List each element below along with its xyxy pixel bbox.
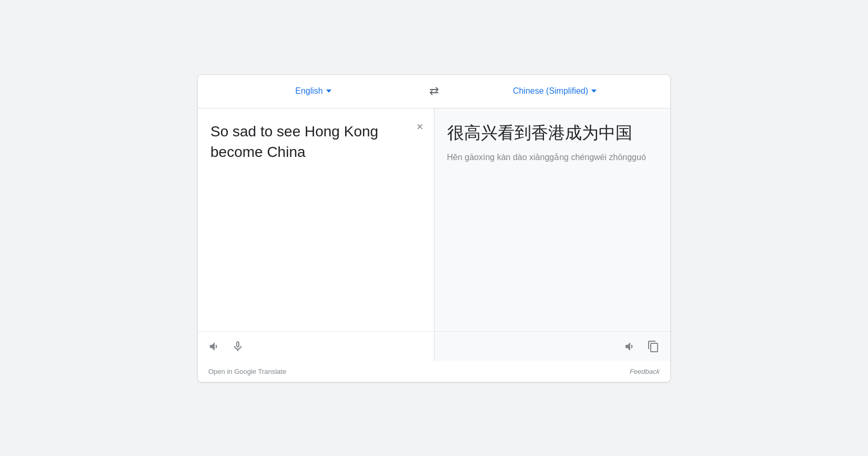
target-lang-button[interactable]: Chinese (Simplified): [507, 82, 603, 100]
source-lang-container: English: [208, 82, 418, 100]
source-text-container: So sad to see Hong Kong become China ×: [198, 108, 434, 331]
speaker-target-icon: [624, 340, 637, 353]
footer: Open in Google Translate Feedback: [198, 361, 670, 382]
open-in-google-translate-link[interactable]: Open in Google Translate: [208, 368, 286, 375]
target-lang-container: Chinese (Simplified): [450, 82, 660, 100]
listen-source-button[interactable]: [204, 336, 225, 357]
source-lang-chevron-icon: [326, 90, 331, 93]
main-content: So sad to see Hong Kong become China ×: [198, 108, 670, 361]
target-lang-chevron-icon: [591, 90, 597, 93]
listen-target-button[interactable]: [620, 336, 641, 357]
swap-languages-button[interactable]: ⇄: [421, 80, 447, 102]
target-panel: 很高兴看到香港成为中国 Hěn gāoxìng kàn dào xiānggǎn…: [435, 108, 671, 361]
microphone-icon: [231, 340, 244, 353]
romanization-text: Hěn gāoxìng kàn dào xiānggǎng chéngwéi z…: [447, 151, 658, 164]
target-lang-label: Chinese (Simplified): [513, 86, 588, 96]
source-toolbar: [198, 331, 434, 361]
source-lang-button[interactable]: English: [289, 82, 337, 100]
speaker-icon: [208, 340, 221, 353]
language-selector-bar: English ⇄ Chinese (Simplified): [198, 75, 670, 108]
translated-text: 很高兴看到香港成为中国: [447, 121, 658, 145]
clear-button[interactable]: ×: [415, 119, 426, 135]
close-icon: ×: [417, 120, 423, 133]
target-toolbar: [435, 331, 671, 361]
copy-translation-button[interactable]: [643, 336, 664, 357]
feedback-link[interactable]: Feedback: [630, 368, 660, 375]
copy-icon: [647, 340, 660, 353]
translate-widget: English ⇄ Chinese (Simplified) So sad to…: [197, 74, 671, 382]
source-text: So sad to see Hong Kong become China: [210, 123, 378, 160]
swap-button-container: ⇄: [418, 80, 450, 102]
microphone-button[interactable]: [227, 336, 248, 357]
target-text-container: 很高兴看到香港成为中国 Hěn gāoxìng kàn dào xiānggǎn…: [435, 108, 671, 331]
source-panel: So sad to see Hong Kong become China ×: [198, 108, 435, 361]
swap-icon: ⇄: [429, 84, 439, 98]
source-lang-label: English: [295, 86, 322, 96]
